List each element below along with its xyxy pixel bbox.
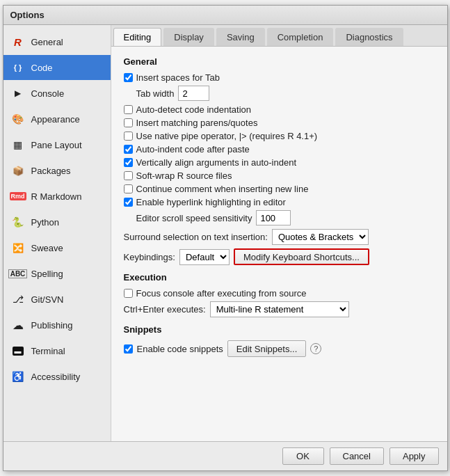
auto-detect-checkbox[interactable] bbox=[124, 105, 133, 114]
sidebar-item-packages[interactable]: 📦 Packages bbox=[3, 158, 111, 183]
sidebar-item-gitsvn[interactable]: ⎇ Git/SVN bbox=[3, 287, 111, 312]
window-title: Options bbox=[10, 10, 45, 20]
sidebar-label-gitsvn: Git/SVN bbox=[31, 294, 64, 305]
continue-comment-checkbox[interactable] bbox=[124, 184, 133, 193]
main-panel: Editing Display Saving Completion Diagno… bbox=[111, 25, 447, 441]
native-pipe-label: Use native pipe operator, |> (requires R… bbox=[136, 131, 318, 141]
tab-completion[interactable]: Completion bbox=[267, 28, 334, 46]
execution-section-title: Execution bbox=[124, 272, 435, 283]
vertically-align-label: Vertically align arguments in auto-inden… bbox=[136, 157, 297, 168]
sidebar-item-pane-layout[interactable]: ▦ Pane Layout bbox=[3, 132, 111, 157]
sidebar-label-packages: Packages bbox=[31, 166, 71, 176]
tab-saving[interactable]: Saving bbox=[216, 28, 265, 46]
snippets-help-icon[interactable]: ? bbox=[310, 343, 321, 354]
insert-matching-label: Insert matching parens/quotes bbox=[136, 118, 258, 128]
insert-spaces-checkbox[interactable] bbox=[124, 73, 133, 82]
python-icon: 🐍 bbox=[10, 214, 26, 230]
surround-label: Surround selection on text insertion: bbox=[124, 232, 268, 242]
auto-detect-label: Auto-detect code indentation bbox=[136, 104, 252, 115]
snippets-row: Enable code snippets Edit Snippets... ? bbox=[124, 340, 435, 357]
soft-wrap-row: Soft-wrap R source files bbox=[124, 170, 435, 181]
ctrl-enter-row: Ctrl+Enter executes: Multi-line R statem… bbox=[124, 301, 435, 317]
surround-row: Surround selection on text insertion: Qu… bbox=[124, 229, 435, 245]
git-icon: ⎇ bbox=[10, 292, 26, 307]
tab-editing[interactable]: Editing bbox=[113, 28, 162, 46]
r-icon: R bbox=[10, 34, 26, 49]
enable-hyperlink-row: Enable hyperlink highlighting in editor bbox=[124, 197, 435, 207]
ctrl-enter-select[interactable]: Multi-line R statement Current line Curr… bbox=[210, 301, 349, 317]
sidebar-item-sweave[interactable]: 🔀 Sweave bbox=[3, 235, 111, 260]
enable-hyperlink-checkbox[interactable] bbox=[124, 198, 133, 207]
sidebar-label-python: Python bbox=[31, 217, 59, 228]
sidebar-item-terminal[interactable]: ▬ Terminal bbox=[3, 338, 111, 363]
ok-button[interactable]: OK bbox=[282, 447, 324, 465]
sidebar-label-rmarkdown: R Markdown bbox=[31, 191, 82, 202]
focus-console-row: Focus console after executing from sourc… bbox=[124, 288, 435, 299]
enable-hyperlink-label: Enable hyperlink highlighting in editor bbox=[136, 197, 286, 207]
sidebar-item-publishing[interactable]: ☁ Publishing bbox=[3, 312, 111, 338]
tab-display[interactable]: Display bbox=[163, 28, 214, 46]
code-icon: { } bbox=[10, 60, 26, 75]
focus-console-checkbox[interactable] bbox=[124, 289, 133, 298]
surround-select[interactable]: Quotes & Brackets Quotes Brackets None bbox=[272, 229, 369, 245]
insert-matching-checkbox[interactable] bbox=[124, 118, 133, 127]
appearance-icon: 🎨 bbox=[10, 111, 26, 127]
insert-spaces-row: Insert spaces for Tab bbox=[124, 72, 435, 83]
apply-button[interactable]: Apply bbox=[389, 447, 439, 465]
rmarkdown-icon: Rmd bbox=[10, 189, 26, 204]
enable-snippets-label: Enable code snippets bbox=[137, 344, 223, 354]
insert-matching-row: Insert matching parens/quotes bbox=[124, 118, 435, 128]
sidebar-label-spelling: Spelling bbox=[31, 269, 63, 279]
sidebar-label-publishing: Publishing bbox=[31, 320, 73, 331]
snippets-section-title: Snippets bbox=[124, 324, 435, 335]
cancel-button[interactable]: Cancel bbox=[330, 447, 384, 465]
sidebar-item-console[interactable]: ▶ Console bbox=[3, 81, 111, 106]
pane-layout-icon: ▦ bbox=[10, 137, 26, 152]
native-pipe-checkbox[interactable] bbox=[124, 132, 133, 141]
scroll-sensitivity-input[interactable] bbox=[256, 210, 291, 225]
vertically-align-checkbox[interactable] bbox=[124, 158, 133, 167]
vertically-align-row: Vertically align arguments in auto-inden… bbox=[124, 157, 435, 168]
soft-wrap-checkbox[interactable] bbox=[124, 171, 133, 180]
tab-diagnostics[interactable]: Diagnostics bbox=[335, 28, 403, 46]
continue-comment-label: Continue comment when inserting new line bbox=[136, 184, 309, 194]
enable-snippets-checkbox[interactable] bbox=[124, 344, 133, 354]
auto-indent-checkbox[interactable] bbox=[124, 145, 133, 154]
ctrl-enter-label: Ctrl+Enter executes: bbox=[124, 304, 206, 315]
title-bar: Options bbox=[3, 6, 447, 25]
sidebar-item-rmarkdown[interactable]: Rmd R Markdown bbox=[3, 184, 111, 209]
sidebar-item-python[interactable]: 🐍 Python bbox=[3, 209, 111, 235]
publishing-icon: ☁ bbox=[10, 317, 26, 333]
auto-indent-row: Auto-indent code after paste bbox=[124, 144, 435, 154]
sidebar-label-terminal: Terminal bbox=[31, 346, 65, 356]
sidebar-item-code[interactable]: { } Code bbox=[3, 55, 111, 80]
focus-console-label: Focus console after executing from sourc… bbox=[136, 288, 307, 299]
scroll-sensitivity-label: Editor scroll speed sensitivity bbox=[136, 213, 252, 223]
sidebar-label-accessibility: Accessibility bbox=[31, 372, 81, 382]
insert-spaces-label: Insert spaces for Tab bbox=[136, 72, 220, 83]
sidebar-label-pane-layout: Pane Layout bbox=[31, 140, 82, 150]
sidebar-item-appearance[interactable]: 🎨 Appearance bbox=[3, 106, 111, 132]
sidebar-label-general: General bbox=[31, 37, 63, 47]
sidebar-item-general[interactable]: R General bbox=[3, 29, 111, 54]
sidebar-item-spelling[interactable]: ABC Spelling bbox=[3, 261, 111, 286]
spelling-icon: ABC bbox=[10, 266, 26, 281]
sidebar: R General { } Code ▶ Console 🎨 Appearanc… bbox=[3, 25, 111, 441]
soft-wrap-label: Soft-wrap R source files bbox=[136, 170, 232, 181]
sidebar-item-accessibility[interactable]: ♿ Accessibility bbox=[3, 364, 111, 389]
modify-shortcuts-button[interactable]: Modify Keyboard Shortcuts... bbox=[234, 248, 369, 265]
sidebar-label-appearance: Appearance bbox=[31, 114, 80, 125]
terminal-icon: ▬ bbox=[10, 343, 26, 358]
native-pipe-row: Use native pipe operator, |> (requires R… bbox=[124, 131, 435, 141]
console-icon: ▶ bbox=[10, 86, 26, 101]
accessibility-icon: ♿ bbox=[10, 369, 26, 384]
edit-snippets-button[interactable]: Edit Snippets... bbox=[227, 340, 306, 357]
auto-indent-label: Auto-indent code after paste bbox=[136, 144, 250, 154]
tab-width-input[interactable] bbox=[178, 86, 209, 101]
sweave-icon: 🔀 bbox=[10, 240, 26, 255]
keybindings-label: Keybindings: bbox=[124, 252, 175, 262]
sidebar-label-sweave: Sweave bbox=[31, 243, 63, 253]
sidebar-label-code: Code bbox=[31, 63, 53, 73]
tab-width-label: Tab width bbox=[136, 88, 175, 99]
keybindings-select[interactable]: Default Vim Emacs bbox=[179, 249, 230, 265]
